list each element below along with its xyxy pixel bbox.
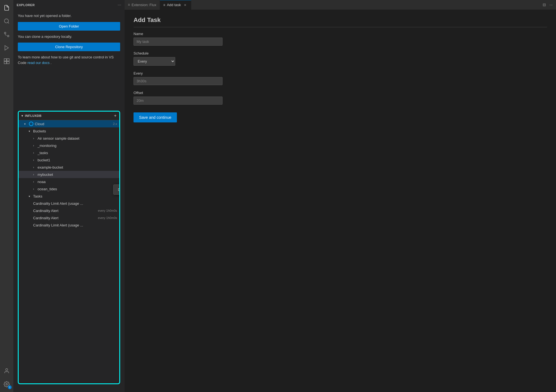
tasks-item[interactable]: ▾ Tasks — [19, 193, 119, 200]
content-area: EXPLORER ··· You have not yet opened a f… — [13, 0, 556, 392]
svg-rect-5 — [4, 59, 6, 61]
svg-point-3 — [4, 32, 6, 34]
bucket-name: ocean_tides — [38, 187, 117, 191]
list-item[interactable]: › _monitoring — [19, 142, 119, 149]
files-icon[interactable] — [1, 2, 12, 13]
svg-rect-7 — [4, 61, 6, 64]
bucket-name: noaa — [38, 180, 117, 184]
list-item[interactable]: › Air sensor sample dataset — [19, 135, 119, 142]
cloud-connection-item[interactable]: ▾ Cloud 2.x — [19, 120, 119, 127]
open-folder-button[interactable]: Open Folder — [18, 22, 120, 31]
name-field-group: Name — [134, 32, 547, 46]
bucket-name: _monitoring — [38, 144, 117, 148]
chevron: › — [33, 151, 38, 154]
cloud-version: 2.x — [113, 122, 117, 125]
more-actions-button[interactable]: ··· — [548, 2, 554, 8]
offset-input[interactable] — [134, 97, 223, 105]
account-icon[interactable] — [1, 365, 12, 376]
svg-point-0 — [4, 19, 9, 23]
settings-badge: 1 — [8, 385, 12, 389]
list-item[interactable]: Cardinality Alert every 1h0m0s — [19, 214, 119, 221]
clone-message: You can clone a repository locally. — [18, 34, 120, 40]
main-container: EXPLORER ··· You have not yet opened a f… — [13, 0, 556, 392]
no-folder-section: You have not yet opened a folder. Open F… — [13, 10, 125, 72]
tab-add-task[interactable]: ≡ Add task × — [160, 0, 191, 10]
settings-badge-container: 1 — [1, 379, 12, 390]
git-learn-message: To learn more about how to use git and s… — [18, 55, 120, 65]
list-item[interactable]: Cardinality Limit Alert (usage ... — [19, 221, 119, 229]
cloud-connection-icon — [29, 121, 34, 126]
list-item[interactable]: › example-bucket — [19, 164, 119, 171]
offset-label: Offset — [134, 91, 547, 95]
activity-bar: 1 — [0, 0, 13, 392]
every-field-group: Every — [134, 71, 547, 85]
source-control-icon[interactable] — [1, 29, 12, 40]
svg-line-1 — [8, 22, 9, 23]
list-item[interactable]: Cardinality Alert every 1h0m0s — [19, 207, 119, 214]
delete-bucket-menu-item[interactable]: Delete Bucket — [113, 186, 120, 193]
task-name: Cardinality Limit Alert (usage ... — [33, 223, 117, 227]
sidebar-title: EXPLORER — [17, 3, 35, 7]
sidebar-menu-icon[interactable]: ··· — [118, 3, 121, 8]
mybucket-item[interactable]: › mybucket — [19, 171, 119, 178]
chevron: › — [33, 188, 38, 191]
bucket-name: _tasks — [38, 151, 117, 155]
context-menu: Delete Bucket — [113, 184, 120, 195]
cloud-chevron: ▾ — [24, 122, 29, 125]
influxdb-header-left: ▾ INFLUXDB — [21, 114, 42, 118]
svg-point-2 — [8, 35, 9, 37]
no-folder-message: You have not yet opened a folder. — [18, 13, 120, 19]
list-item[interactable]: › ocean_tides — [19, 185, 119, 193]
tab-close-button[interactable]: × — [183, 3, 188, 8]
influxdb-add-button[interactable]: + — [114, 113, 117, 118]
name-input[interactable] — [134, 38, 223, 46]
tab-extension-flux[interactable]: ≡ Extension: Flux — [125, 0, 160, 10]
influxdb-header: ▾ INFLUXDB + — [19, 112, 119, 120]
svg-rect-6 — [7, 59, 9, 61]
every-input[interactable] — [134, 77, 223, 85]
editor-area: ≡ Extension: Flux ≡ Add task × ⊟ ··· Add… — [125, 0, 556, 392]
split-editor-button[interactable]: ⊟ — [542, 2, 547, 8]
chevron: › — [33, 144, 38, 147]
list-item[interactable]: › bucket1 — [19, 156, 119, 164]
search-icon[interactable] — [1, 16, 12, 27]
read-docs-link[interactable]: read our docs — [28, 61, 50, 65]
chevron: › — [33, 180, 38, 183]
task-name: Cardinality Alert — [33, 209, 96, 213]
list-item[interactable]: › _tasks — [19, 149, 119, 156]
bucket-name: bucket1 — [38, 158, 117, 162]
bucket-name: Air sensor sample dataset — [38, 136, 117, 140]
save-and-continue-button[interactable]: Save and continue — [134, 112, 177, 122]
task-frequency: every 1h0m0s — [98, 209, 117, 212]
extensions-icon[interactable] — [1, 56, 12, 67]
svg-point-10 — [6, 383, 8, 385]
influxdb-panel: ▾ INFLUXDB + ▾ Cloud 2.x — [18, 111, 120, 384]
schedule-select[interactable]: Every Cron — [134, 57, 175, 66]
page-title: Add Task — [134, 16, 547, 27]
tab-label: Add task — [167, 3, 181, 7]
sidebar: EXPLORER ··· You have not yet opened a f… — [13, 0, 125, 392]
buckets-chevron: ▾ — [29, 130, 33, 133]
tab-actions: ⊟ ··· — [542, 2, 556, 8]
tasks-chevron: ▾ — [29, 195, 33, 198]
tree-container: ▾ Cloud 2.x ▾ Buckets › — [19, 120, 119, 229]
name-label: Name — [134, 32, 547, 36]
buckets-item[interactable]: ▾ Buckets — [19, 127, 119, 135]
list-item[interactable]: › noaa — [19, 178, 119, 185]
tab-label: Extension: Flux — [132, 3, 156, 7]
tab-icon: ≡ — [128, 3, 130, 7]
run-icon[interactable] — [1, 42, 12, 53]
task-name: Cardinality Limit Alert (usage ... — [33, 201, 117, 206]
svg-rect-8 — [7, 61, 9, 64]
offset-field-group: Offset — [134, 91, 547, 105]
buckets-label: Buckets — [33, 129, 117, 133]
clone-repository-button[interactable]: Clone Repository — [18, 43, 120, 51]
list-item[interactable]: Cardinality Limit Alert (usage ... — [19, 200, 119, 207]
every-label: Every — [134, 71, 547, 75]
bucket-name: example-bucket — [38, 165, 117, 169]
tab-bar: ≡ Extension: Flux ≡ Add task × ⊟ ··· — [125, 0, 556, 10]
sidebar-header: EXPLORER ··· — [13, 0, 125, 10]
schedule-field-group: Schedule Every Cron — [134, 51, 547, 66]
task-frequency: every 1h0m0s — [98, 216, 117, 220]
influxdb-chevron-down: ▾ — [21, 114, 23, 118]
